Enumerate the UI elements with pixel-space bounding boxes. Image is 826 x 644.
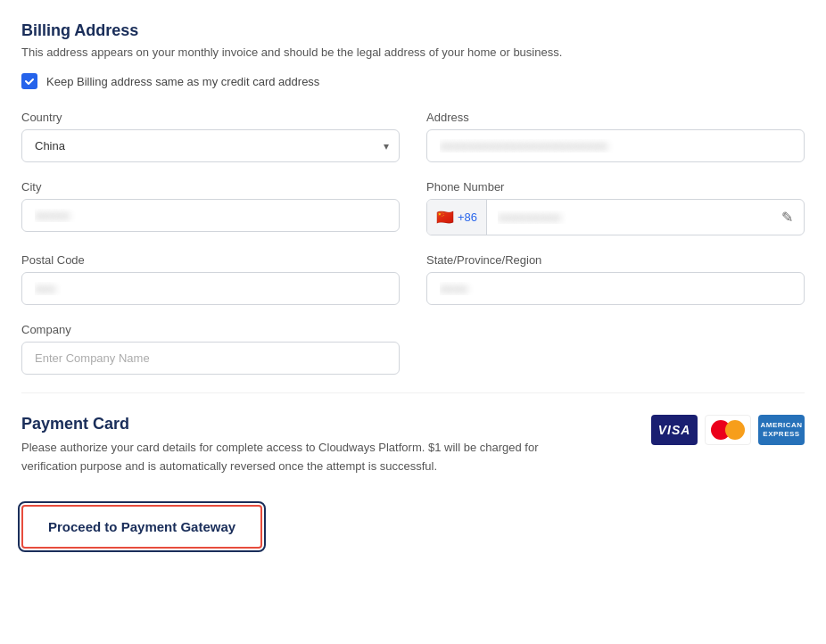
country-label: Country (21, 111, 400, 124)
phone-group: Phone Number 🇨🇳 +86 ✎ (426, 180, 805, 235)
city-input[interactable] (21, 199, 400, 232)
billing-section: Billing Address This address appears on … (21, 21, 805, 375)
address-group: Address (426, 111, 805, 162)
billing-same-checkbox[interactable] (21, 73, 37, 89)
billing-same-checkbox-row[interactable]: Keep Billing address same as my credit c… (21, 73, 805, 89)
address-label: Address (426, 111, 805, 124)
state-input[interactable] (426, 272, 805, 305)
company-group: Company (21, 323, 400, 375)
address-input[interactable] (426, 129, 805, 162)
city-group: City (21, 180, 400, 235)
payment-description: Please authorize your card details for c… (21, 439, 539, 476)
state-label: State/Province/Region (426, 253, 805, 267)
state-group: State/Province/Region (426, 253, 805, 305)
mc-yellow-circle (725, 420, 745, 440)
amex-logo: AMERICANEXPRESS (758, 415, 805, 445)
company-label: Company (21, 323, 400, 336)
proceed-payment-button[interactable]: Proceed to Payment Gateway (21, 505, 262, 549)
phone-label: Phone Number (426, 180, 805, 194)
country-group: Country China United States United Kingd… (21, 111, 400, 162)
payment-info: Payment Card Please authorize your card … (21, 415, 539, 476)
phone-code: +86 (458, 211, 477, 224)
china-flag-icon: 🇨🇳 (436, 209, 454, 226)
payment-section: Payment Card Please authorize your card … (21, 392, 805, 549)
postal-input[interactable] (21, 272, 400, 305)
country-select[interactable]: China United States United Kingdom India (21, 129, 400, 162)
billing-same-label: Keep Billing address same as my credit c… (46, 75, 319, 88)
visa-card-logo: VISA (651, 415, 698, 445)
payment-title: Payment Card (21, 415, 539, 433)
billing-subtitle: This address appears on your monthly inv… (21, 45, 805, 59)
phone-prefix: 🇨🇳 +86 (427, 200, 487, 235)
country-select-wrapper: China United States United Kingdom India… (21, 129, 400, 162)
mastercard-logo (705, 415, 751, 445)
phone-input-group: 🇨🇳 +86 ✎ (426, 199, 805, 235)
postal-group: Postal Code (21, 253, 400, 305)
city-label: City (21, 180, 400, 194)
company-input[interactable] (21, 342, 400, 375)
checkmark-icon (24, 76, 35, 87)
billing-title: Billing Address (21, 21, 805, 40)
pencil-icon[interactable]: ✎ (771, 200, 804, 235)
postal-label: Postal Code (21, 253, 400, 267)
billing-form-grid: Country China United States United Kingd… (21, 111, 805, 375)
payment-header: Payment Card Please authorize your card … (21, 415, 805, 476)
payment-cards: VISA AMERICANEXPRESS (651, 415, 805, 445)
phone-input[interactable] (487, 202, 771, 233)
